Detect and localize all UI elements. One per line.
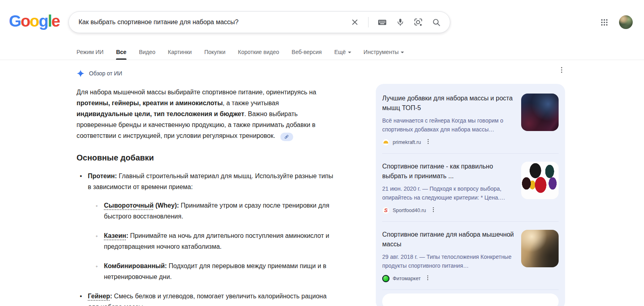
tab-label: Все: [116, 49, 126, 55]
more-vert-icon: [425, 275, 431, 281]
list-item-text-run: Сывороточный: [104, 202, 153, 209]
list-item-text-run: быстрого восстановления.: [104, 213, 183, 220]
list-item-text-run: Протеин:: [88, 173, 117, 179]
search-input[interactable]: Как выбрать спортивное питание для набор…: [79, 19, 348, 26]
more-vert-icon: [430, 206, 437, 213]
result-source-row: Фитомаркет: [382, 274, 516, 283]
source-domain[interactable]: Sportfood40.ru: [393, 208, 426, 213]
google-logo-letter: o: [21, 12, 29, 30]
more-vert-icon: [558, 66, 565, 74]
list-item-text-run: в зависимости от времени приема:: [88, 183, 193, 190]
list-item-text-run: Подходит для перерывов между приемами пи…: [167, 262, 326, 269]
ai-overview-more-button[interactable]: [556, 65, 567, 77]
search-bar[interactable]: Как выбрать спортивное питание для набор…: [68, 11, 450, 33]
tab-all[interactable]: Все: [116, 44, 126, 60]
chevron-down-icon: [401, 52, 404, 53]
google-search-page: Google Как выбрать спортивное питание дл…: [0, 0, 644, 306]
keyboard-button[interactable]: [375, 15, 389, 29]
keyboard-icon: [377, 17, 387, 27]
tab-more[interactable]: Ещё: [334, 44, 351, 60]
bullet-marker: ◦: [96, 200, 98, 211]
source-domain[interactable]: primekraft.ru: [393, 139, 421, 145]
google-logo-letter: g: [39, 12, 48, 30]
bullet-marker: •: [80, 171, 82, 181]
show-all-button[interactable]: [382, 294, 559, 306]
google-apps-button[interactable]: [598, 16, 611, 29]
result-card[interactable]: Спортивное питание - как правильно выбра…: [382, 154, 559, 221]
google-logo-letter: e: [52, 12, 60, 30]
tab-short-videos[interactable]: Короткие видео: [238, 44, 279, 60]
tab-label: Веб-версия: [292, 49, 322, 55]
mic-icon: [396, 18, 405, 27]
lens-search-button[interactable]: [411, 15, 425, 29]
clear-search-button[interactable]: [348, 15, 362, 29]
summary-text-run: проверенные бренды и качественную продук…: [77, 121, 315, 128]
result-card-text: Спортивное питание - как правильно выбра…: [382, 162, 516, 215]
list-item: •Гейнер: Смесь белков и углеводов, помог…: [77, 291, 377, 306]
result-thumbnail[interactable]: [521, 162, 559, 199]
voice-search-button[interactable]: [393, 15, 407, 29]
result-card-text: Спортивное питание для набора мышечной м…: [382, 230, 516, 283]
summary-text-run: индивидуальные цели, тип телосложения и …: [77, 110, 244, 117]
search-bar-divider: [368, 17, 369, 27]
card-divider: [382, 289, 559, 290]
result-thumbnail[interactable]: [521, 230, 559, 267]
google-logo[interactable]: Google: [9, 12, 60, 30]
tab-ai-mode[interactable]: Режим ИИ: [77, 44, 104, 60]
summary-text-run: Для набора мышечной массы выбирайте спор…: [77, 89, 316, 96]
search-submit-button[interactable]: [429, 15, 443, 29]
summary-text-run: , а также учитывая: [223, 100, 279, 106]
list-item-text-run: Главный строительный материал для мышц. …: [117, 173, 333, 179]
result-title[interactable]: Спортивное питание - как правильно выбра…: [382, 162, 516, 181]
ai-overview-summary: Для набора мышечной массы выбирайте спор…: [77, 87, 377, 141]
tab-images[interactable]: Картинки: [168, 44, 192, 60]
source-link-chip[interactable]: [280, 133, 293, 141]
tab-web[interactable]: Веб-версия: [292, 44, 322, 60]
tab-label: Видео: [139, 49, 155, 55]
ai-overview-header: Обзор от ИИ: [77, 69, 377, 78]
result-more-button[interactable]: [429, 206, 437, 215]
bullet-marker: ◦: [96, 231, 98, 241]
result-title[interactable]: Лучшие добавки для набора массы и роста …: [382, 94, 516, 113]
result-more-button[interactable]: [424, 274, 432, 283]
source-domain[interactable]: Фитомаркет: [393, 276, 420, 281]
summary-text-run: протеины, гейнеры, креатин и аминокислот…: [77, 100, 223, 106]
tab-label: Инструменты: [364, 49, 399, 55]
result-snippet: Всё начинается с гейнера Когда мы говори…: [382, 116, 516, 134]
result-card[interactable]: Лучшие добавки для набора массы и роста …: [382, 85, 559, 153]
list-item-text-run: Принимайте утром и сразу после тренировк…: [179, 202, 329, 209]
result-title[interactable]: Спортивное питание для набора мышечной м…: [382, 230, 516, 249]
ai-overview-sources-panel: Лучшие добавки для набора массы и роста …: [376, 84, 565, 306]
tab-shopping[interactable]: Покупки: [204, 44, 226, 60]
chevron-down-icon: [348, 52, 351, 53]
result-thumbnail[interactable]: [521, 94, 559, 131]
link-icon: [284, 134, 289, 139]
google-logo-letter: l: [48, 12, 51, 30]
search-bar-icons: [348, 15, 443, 29]
favicon-green-sphere-icon: [382, 275, 389, 282]
list-item-text-run: Принимайте на ночь для длительного посту…: [128, 232, 329, 239]
lens-icon: [414, 18, 423, 27]
tab-videos[interactable]: Видео: [139, 44, 155, 60]
list-item-text-run: предотвращения ночного катаболизма.: [104, 243, 222, 250]
list-item: •Протеин: Главный строительный материал …: [77, 171, 377, 192]
list-item-text-run: Казеин: [104, 232, 126, 239]
header: Google Как выбрать спортивное питание дл…: [0, 0, 644, 44]
result-more-button[interactable]: [424, 137, 432, 147]
apps-grid-icon: [600, 18, 609, 27]
supplements-list: •Протеин: Главный строительный материал …: [77, 171, 377, 306]
account-avatar[interactable]: [619, 15, 633, 29]
summary-text-run: соответствии с инструкцией, при условии …: [77, 132, 277, 139]
result-source-row: primekraft.ru: [382, 137, 516, 147]
tab-label: Покупки: [204, 49, 226, 55]
tab-tools[interactable]: Инструменты: [364, 44, 404, 60]
tab-label: Картинки: [168, 49, 192, 55]
list-item-text-run: для набора массы.: [88, 304, 145, 306]
list-item-text-run: (Whey):: [153, 202, 179, 209]
summary-text-run: . Важно выбирать: [244, 110, 298, 117]
search-icon: [432, 18, 441, 27]
favicon-red-s-icon: S: [382, 207, 389, 214]
result-card[interactable]: Спортивное питание для набора мышечной м…: [382, 222, 559, 289]
result-type-tabs: Режим ИИВсеВидеоКартинкиПокупкиКороткие …: [77, 44, 644, 60]
ai-overview: Обзор от ИИ Для набора мышечной массы вы…: [77, 60, 377, 306]
